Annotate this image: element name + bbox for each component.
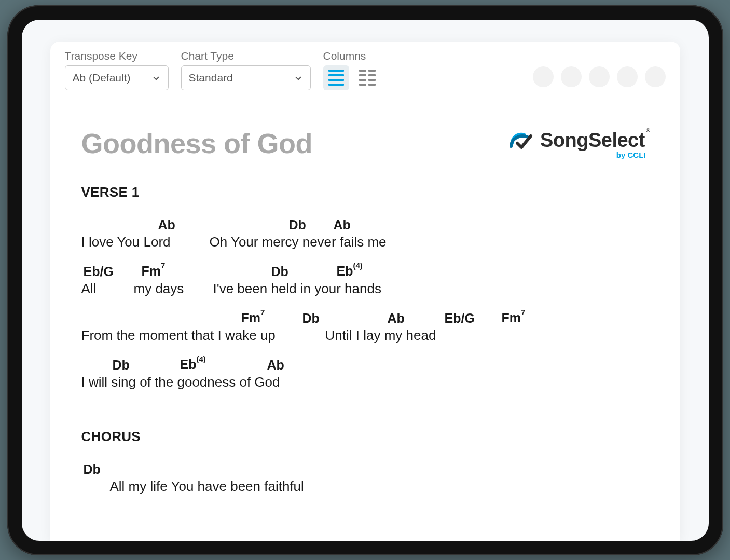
transpose-select[interactable]: Ab (Default) <box>65 65 169 90</box>
tablet-frame: Transpose Key Ab (Default) Chart Type St… <box>7 5 723 555</box>
lyric-row: Allmy daysI've been held in your hands <box>81 279 649 297</box>
chord: Ab <box>388 311 405 326</box>
chord: Db <box>302 311 320 326</box>
chevron-down-icon <box>294 73 303 83</box>
song-title: Goodness of God <box>81 127 313 159</box>
chord: Fm7 <box>142 264 166 279</box>
action-button-5[interactable] <box>645 66 666 87</box>
section-label: VERSE 1 <box>81 184 649 200</box>
chord-line: DbAll my life You have been faithful <box>81 460 649 495</box>
sheet-header: Goodness of God SongSele <box>81 127 649 159</box>
charttype-group: Chart Type Standard <box>181 50 311 90</box>
chevron-down-icon <box>151 73 161 83</box>
chord: Ab <box>267 358 284 373</box>
chord-line: DbEb(4)AbI will sing of the goodness of … <box>81 356 649 390</box>
lyric: Oh Your mercy never fails me <box>210 234 387 250</box>
chord-row: Db <box>81 460 649 477</box>
columns-group: Columns <box>323 50 380 90</box>
chord: Fm7 <box>502 310 526 325</box>
lyric: my days <box>134 281 184 297</box>
lyric: All <box>81 281 97 297</box>
chord: Ab <box>158 217 175 233</box>
transpose-value: Ab (Default) <box>73 72 131 84</box>
lyric-row: From the moment that I wake upUntil I la… <box>81 326 649 344</box>
chord: Eb/G <box>445 311 475 326</box>
lyric-row: All my life You have been faithful <box>81 477 649 495</box>
section-label: CHORUS <box>81 429 649 445</box>
toolbar: Transpose Key Ab (Default) Chart Type St… <box>50 42 680 102</box>
action-button-2[interactable] <box>561 66 582 87</box>
lyric: I will sing of the goodness of God <box>81 374 280 390</box>
chord: Eb/G <box>84 264 114 279</box>
songselect-mark-icon <box>510 130 534 151</box>
columns-label: Columns <box>323 50 380 62</box>
chord: Fm7 <box>241 310 265 325</box>
transpose-label: Transpose Key <box>65 50 169 62</box>
lyric: I love You Lord <box>81 234 171 250</box>
double-column-icon <box>359 70 376 86</box>
action-button-3[interactable] <box>589 66 610 87</box>
columns-double-button[interactable] <box>354 65 380 90</box>
toolbar-actions <box>533 66 666 90</box>
chord: Ab <box>334 217 351 233</box>
chord-row: Fm7DbAbEb/GFm7 <box>81 309 649 326</box>
chord-row: AbDbAb <box>81 216 649 233</box>
lyric: Until I lay my head <box>325 327 436 344</box>
chord-line: Fm7DbAbEb/GFm7From the moment that I wak… <box>81 309 649 344</box>
lyric: From the moment that I wake up <box>81 327 276 344</box>
chord-line: Eb/GFm7DbEb(4)Allmy daysI've been held i… <box>81 263 649 297</box>
transpose-group: Transpose Key Ab (Default) <box>65 50 169 90</box>
single-column-icon <box>328 70 344 86</box>
lyric: All my life You have been faithful <box>110 479 304 495</box>
chord: Eb(4) <box>337 264 363 279</box>
chord-sheet: Goodness of God SongSele <box>50 102 680 495</box>
charttype-label: Chart Type <box>181 50 311 62</box>
chord: Db <box>271 264 288 279</box>
action-button-4[interactable] <box>617 66 638 87</box>
chord-row: Eb/GFm7DbEb(4) <box>81 263 649 279</box>
brand-byline: by CCLI <box>616 151 649 159</box>
brand-name: SongSelect® <box>540 129 649 152</box>
chord: Db <box>84 462 101 477</box>
chord: Db <box>289 217 306 233</box>
chord: Db <box>113 358 130 373</box>
lyric: I've been held in your hands <box>213 281 381 297</box>
sections-container: VERSE 1AbDbAbI love You LordOh Your merc… <box>81 184 649 495</box>
chord: Eb(4) <box>180 357 206 372</box>
app-card: Transpose Key Ab (Default) Chart Type St… <box>50 42 680 541</box>
action-button-1[interactable] <box>533 66 554 87</box>
chord-line: AbDbAbI love You LordOh Your mercy never… <box>81 216 649 250</box>
lyric-row: I love You LordOh Your mercy never fails… <box>81 233 649 250</box>
chord-row: DbEb(4)Ab <box>81 356 649 373</box>
tablet-screen: Transpose Key Ab (Default) Chart Type St… <box>22 20 709 541</box>
charttype-value: Standard <box>189 72 233 84</box>
brand-logo: SongSelect® by CCLI <box>510 127 649 159</box>
charttype-select[interactable]: Standard <box>181 65 311 90</box>
lyric-row: I will sing of the goodness of God <box>81 373 649 390</box>
columns-single-button[interactable] <box>323 65 349 90</box>
